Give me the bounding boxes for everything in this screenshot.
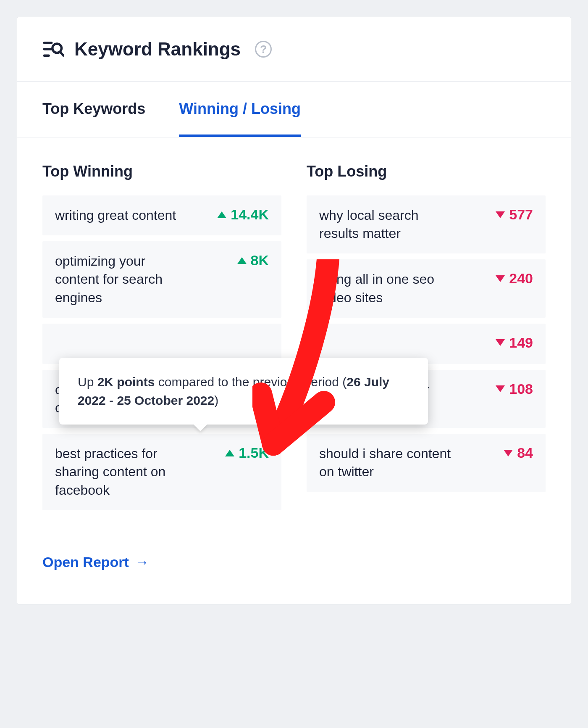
delta-value: 149 bbox=[496, 335, 533, 351]
keyword-rankings-card: Keyword Rankings ? Top Keywords Winning … bbox=[17, 17, 571, 604]
keyword-label: why local search results matter bbox=[319, 206, 454, 243]
delta-value: 8K bbox=[237, 252, 269, 269]
arrow-right-icon: → bbox=[135, 554, 149, 570]
keyword-label: optimizing your content for search engin… bbox=[55, 252, 189, 307]
page-title: Keyword Rankings bbox=[74, 39, 241, 60]
delta-value: 14.4K bbox=[217, 206, 269, 223]
list-item[interactable]: best practices for sharing content on fa… bbox=[42, 434, 281, 510]
keyword-label: best practices for sharing content on fa… bbox=[55, 445, 189, 499]
tooltip-suffix: ) bbox=[214, 393, 218, 407]
triangle-down-icon bbox=[496, 385, 505, 392]
list-search-icon bbox=[42, 38, 64, 60]
keyword-label: using all in one seo video sites bbox=[319, 270, 454, 306]
svg-line-4 bbox=[60, 52, 63, 56]
tooltip-points: 2K points bbox=[97, 375, 155, 389]
panel-body: Top Winning writing great content 14.4K … bbox=[17, 137, 571, 604]
keyword-label: should i share content on twitter bbox=[319, 445, 454, 481]
tooltip-prefix: Up bbox=[78, 375, 97, 389]
delta-value: 240 bbox=[496, 270, 533, 287]
triangle-up-icon bbox=[237, 257, 247, 264]
keyword-label: writing great content bbox=[55, 206, 176, 224]
top-losing-title: Top Losing bbox=[307, 163, 546, 180]
open-report-label: Open Report bbox=[42, 554, 129, 570]
list-item[interactable]: why local search results matter 577 bbox=[307, 195, 546, 253]
delta-value: 577 bbox=[496, 206, 533, 223]
card-header: Keyword Rankings ? bbox=[17, 17, 571, 82]
tab-winning-losing[interactable]: Winning / Losing bbox=[179, 82, 301, 137]
delta-value: 1.5K bbox=[225, 445, 269, 461]
help-icon[interactable]: ? bbox=[255, 41, 272, 58]
tabs: Top Keywords Winning / Losing bbox=[17, 82, 571, 137]
triangle-down-icon bbox=[496, 211, 505, 218]
list-item[interactable]: should i share content on twitter 84 bbox=[307, 434, 546, 492]
delta-tooltip: Up 2K points compared to the previous pe… bbox=[59, 358, 428, 425]
list-item[interactable]: optimizing your content for search engin… bbox=[42, 241, 281, 318]
tab-top-keywords[interactable]: Top Keywords bbox=[42, 82, 145, 137]
list-item[interactable]: writing great content 14.4K bbox=[42, 195, 281, 235]
top-losing-column: Top Losing why local search results matt… bbox=[307, 163, 546, 516]
triangle-up-icon bbox=[225, 450, 234, 456]
tooltip-middle: compared to the previous period ( bbox=[155, 375, 346, 389]
top-winning-column: Top Winning writing great content 14.4K … bbox=[42, 163, 281, 516]
triangle-down-icon bbox=[496, 275, 505, 282]
open-report-link[interactable]: Open Report → bbox=[42, 554, 149, 570]
triangle-down-icon bbox=[496, 339, 505, 346]
delta-value: 108 bbox=[496, 381, 533, 397]
delta-value: 84 bbox=[504, 445, 533, 461]
triangle-down-icon bbox=[504, 450, 513, 456]
list-item[interactable]: using all in one seo video sites 240 bbox=[307, 259, 546, 317]
triangle-up-icon bbox=[217, 211, 226, 218]
top-winning-title: Top Winning bbox=[42, 163, 281, 180]
